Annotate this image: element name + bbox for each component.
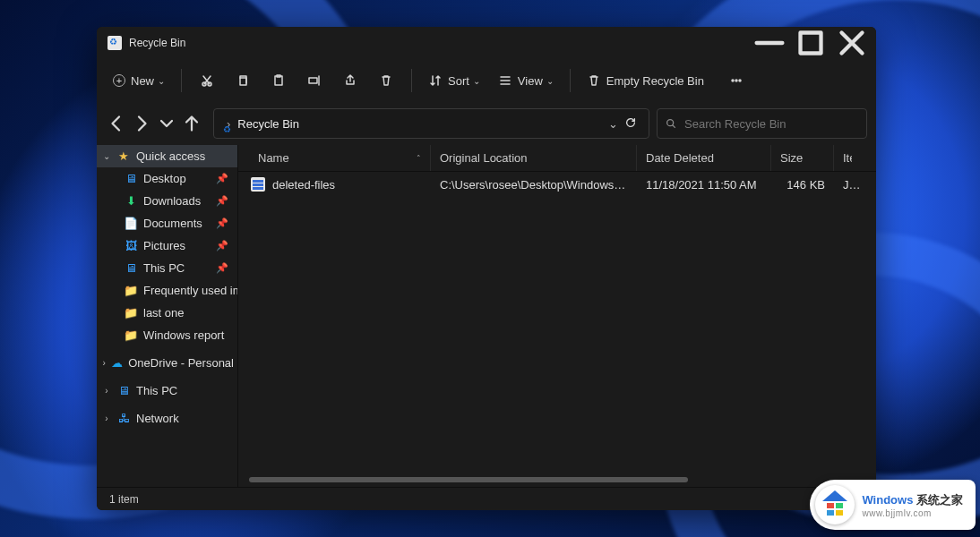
column-header-name[interactable]: Name ˄ xyxy=(238,145,431,171)
recycle-bin-icon xyxy=(107,36,122,50)
sidebar-item-label: Network xyxy=(136,412,179,425)
close-button[interactable] xyxy=(831,29,873,57)
sidebar-item-label: OneDrive - Personal xyxy=(128,356,234,370)
sidebar-item-label: Quick access xyxy=(136,149,205,163)
sidebar-item[interactable]: 🖥Desktop📌 xyxy=(97,167,237,190)
sidebar-item-label: Documents xyxy=(143,217,202,230)
empty-recycle-bin-button[interactable]: Empty Recycle Bin xyxy=(578,65,713,96)
file-rows: deleted-filesC:\Users\rosee\Desktop\Wind… xyxy=(238,172,876,473)
file-original-location: C:\Users\rosee\Desktop\Windows report\..… xyxy=(431,178,637,192)
file-date-deleted: 11/18/2021 11:50 AM xyxy=(637,178,771,192)
sidebar-item-label: Frequently used images xyxy=(143,284,238,297)
navigation-bar: › Recycle Bin ⌄ xyxy=(97,102,876,145)
sidebar-item[interactable]: 📁Frequently used images xyxy=(97,279,237,302)
pin-icon: 📌 xyxy=(216,173,234,184)
sidebar-item-label: This PC xyxy=(143,261,185,275)
copy-button[interactable] xyxy=(225,65,261,96)
sort-button[interactable]: Sort ⌄ xyxy=(419,65,489,96)
folder-icon: 📁 xyxy=(124,284,138,298)
chevron-down-icon: ⌄ xyxy=(546,76,554,86)
chevron-right-icon: › xyxy=(102,413,111,423)
svg-point-8 xyxy=(735,80,737,81)
star-icon: ★ xyxy=(116,149,131,164)
address-bar[interactable]: › Recycle Bin ⌄ xyxy=(213,108,649,139)
view-button[interactable]: View ⌄ xyxy=(489,65,563,96)
column-header-date-deleted[interactable]: Date Deleted xyxy=(637,145,771,171)
svg-rect-6 xyxy=(309,78,317,83)
sidebar-item[interactable]: 🖼Pictures📌 xyxy=(97,234,237,257)
chevron-right-icon: › xyxy=(102,386,111,396)
svg-rect-0 xyxy=(801,33,821,54)
sidebar-item[interactable]: 📁last one xyxy=(97,302,237,324)
sidebar-item[interactable]: ⬇Downloads📌 xyxy=(97,190,237,212)
column-header-original-location[interactable]: Original Location xyxy=(431,145,637,171)
folder-icon: 🖼 xyxy=(124,239,138,253)
pin-icon: 📌 xyxy=(216,217,234,229)
file-icon xyxy=(251,177,265,192)
column-header-item-type[interactable]: Item type xyxy=(834,145,861,171)
sidebar-item-label: This PC xyxy=(136,384,177,397)
pc-icon: 🖥 xyxy=(116,384,131,398)
pin-icon: 📌 xyxy=(216,195,234,207)
folder-icon: 🖥 xyxy=(124,172,138,186)
share-button[interactable] xyxy=(332,65,368,96)
sidebar-item-this-pc[interactable]: › 🖥 This PC xyxy=(97,379,237,402)
status-bar: 1 item xyxy=(97,487,876,510)
chevron-down-icon: ⌄ xyxy=(158,76,165,86)
titlebar: Recycle Bin xyxy=(97,27,876,59)
sidebar-item-onedrive[interactable]: › ☁ OneDrive - Personal xyxy=(97,352,237,374)
delete-button[interactable] xyxy=(368,65,404,96)
navigation-sidebar: ⌄ ★ Quick access 🖥Desktop📌⬇Downloads📌📄Do… xyxy=(97,145,238,487)
folder-icon: 📄 xyxy=(124,217,138,231)
minimize-button[interactable] xyxy=(749,29,790,57)
pin-icon: 📌 xyxy=(216,240,234,251)
sidebar-item-label: last one xyxy=(143,306,185,320)
sidebar-item[interactable]: 📄Documents📌 xyxy=(97,212,237,234)
sidebar-item[interactable]: 📁Windows report xyxy=(97,324,237,346)
maximize-button[interactable] xyxy=(790,29,831,57)
plus-icon: + xyxy=(113,74,125,87)
status-text: 1 item xyxy=(109,493,139,506)
horizontal-scrollbar[interactable] xyxy=(238,473,876,487)
recent-locations-button[interactable] xyxy=(156,113,177,134)
chevron-right-icon: › xyxy=(102,358,106,368)
new-button[interactable]: + New ⌄ xyxy=(104,65,174,96)
paste-button[interactable] xyxy=(261,65,297,96)
chevron-down-icon[interactable]: ⌄ xyxy=(608,117,618,131)
search-icon xyxy=(665,117,677,130)
svg-point-7 xyxy=(732,80,734,81)
rename-button[interactable] xyxy=(297,65,332,96)
sidebar-item[interactable]: 🖥This PC📌 xyxy=(97,257,237,279)
sidebar-item-quick-access[interactable]: ⌄ ★ Quick access xyxy=(97,145,237,167)
search-input[interactable] xyxy=(684,117,859,131)
sidebar-item-network[interactable]: › 🖧 Network xyxy=(97,407,237,430)
watermark-logo-icon xyxy=(815,485,855,524)
refresh-button[interactable] xyxy=(618,116,643,132)
up-button[interactable] xyxy=(181,113,202,134)
window-title: Recycle Bin xyxy=(129,37,185,49)
sidebar-item-label: Downloads xyxy=(143,194,201,208)
svg-rect-3 xyxy=(240,78,246,85)
table-row[interactable]: deleted-filesC:\Users\rosee\Desktop\Wind… xyxy=(238,172,876,197)
sidebar-item-label: Windows report xyxy=(143,328,224,342)
file-size: 146 KB xyxy=(771,178,834,192)
more-button[interactable] xyxy=(720,65,752,96)
back-button[interactable] xyxy=(106,113,127,134)
folder-icon: 📁 xyxy=(124,306,138,320)
cut-button[interactable] xyxy=(189,65,225,96)
sort-indicator-icon: ˄ xyxy=(417,154,421,163)
svg-point-9 xyxy=(739,80,741,81)
folder-icon: 🖥 xyxy=(124,261,138,276)
column-header-size[interactable]: Size xyxy=(771,145,834,171)
watermark: Windows 系统之家 www.bjjmlv.com xyxy=(810,480,976,530)
search-bar[interactable] xyxy=(657,108,867,139)
file-list-pane: Name ˄ Original Location Date Deleted Si… xyxy=(238,145,876,487)
file-name: deleted-files xyxy=(272,178,335,192)
file-explorer-window: Recycle Bin + New ⌄ Sort xyxy=(97,27,876,510)
folder-icon: ⬇ xyxy=(124,194,138,209)
breadcrumb[interactable]: Recycle Bin xyxy=(237,117,299,131)
cloud-icon: ☁ xyxy=(111,356,123,371)
forward-button[interactable] xyxy=(131,113,152,134)
network-icon: 🖧 xyxy=(116,412,131,426)
chevron-down-icon: ⌄ xyxy=(102,151,111,161)
